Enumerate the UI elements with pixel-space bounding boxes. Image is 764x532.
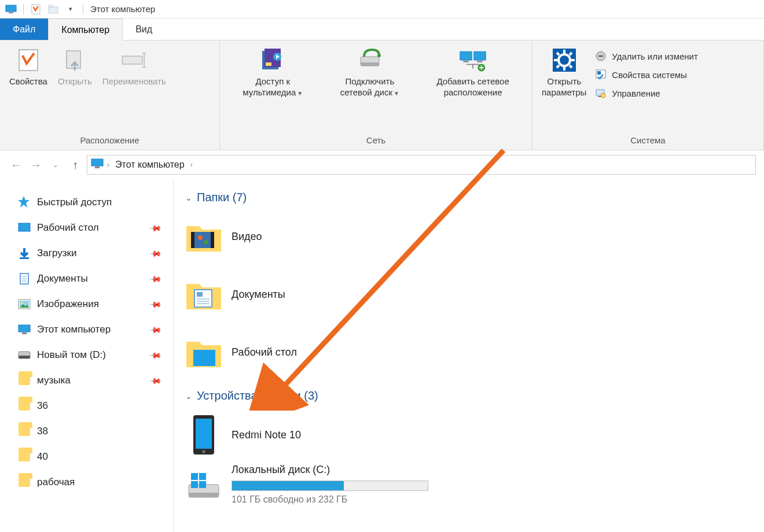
folder-videos[interactable]: Видео [185,208,451,265]
qat-thispc-icon[interactable] [5,3,17,16]
sidebar-item-36[interactable]: 36 [17,393,168,419]
svg-rect-1 [9,12,13,13]
uninstall-icon [594,50,607,62]
crumb-sep[interactable]: › [190,161,193,169]
media-icon [259,46,286,74]
sidebar-item-documents[interactable]: Документы 📌 [17,266,168,291]
desktop-folder-icon [185,334,222,371]
pin-icon: 📌 [149,272,162,285]
thispc-icon [17,323,31,337]
svg-rect-73 [199,473,206,480]
qat-properties-icon[interactable] [30,3,42,16]
folders-section-label: Папки (7) [197,191,247,204]
folder-icon [17,424,31,438]
svg-point-60 [204,240,208,245]
content-pane: ⌄ Папки (7) Видео Документы Рабочий с [174,179,764,532]
properties-label: Свойства [9,76,47,87]
sidebar-item-label: Изображения [37,298,99,310]
sidebar-item-thispc[interactable]: Этот компьютер 📌 [17,317,168,342]
open-settings-button[interactable]: Открыть параметры [538,44,590,101]
devices-section-label: Устройства и диски (3) [197,389,318,402]
system-properties-button[interactable]: Свойства системы [593,66,699,83]
sidebar-item-music[interactable]: музыка 📌 [17,368,168,393]
svg-point-51 [21,302,23,304]
open-button[interactable]: Открыть [54,44,95,90]
chevron-down-icon: ⌄ [185,391,192,401]
folder-icon [17,450,31,464]
svg-rect-34 [598,56,603,57]
separator [83,4,83,14]
svg-rect-52 [19,325,30,332]
svg-rect-16 [361,62,379,66]
media-label: Доступ к мультимедиа▼ [243,76,303,98]
back-button[interactable]: ← [8,157,24,173]
sidebar-item-desktop[interactable]: Рабочий стол 📌 [17,215,168,241]
drive-icon [17,348,31,362]
folders-section-header[interactable]: ⌄ Папки (7) [185,191,758,204]
sidebar-item-label: Новый том (D:) [37,349,106,361]
device-label: Redmi Note 10 [232,429,301,441]
open-icon [61,46,89,74]
tab-computer[interactable]: Компьютер [48,19,123,40]
separator [23,4,24,14]
tab-view[interactable]: Вид [123,19,165,40]
desktop-icon [17,221,31,235]
forward-button[interactable]: → [28,157,44,173]
quick-access-header[interactable]: Быстрый доступ [17,190,168,215]
sidebar-item-label: рабочая [37,476,75,488]
system-properties-label: Свойства системы [612,70,687,80]
documents-folder-icon [185,276,222,313]
group-system-label: Система [538,133,758,149]
sidebar-item-label: Загрузки [37,247,76,259]
sidebar-item-rabochaya[interactable]: рабочая [17,470,168,495]
breadcrumb-root[interactable]: Этот компьютер [113,160,187,170]
folder-documents[interactable]: Документы [185,265,451,323]
add-location-button[interactable]: Добавить сетевое расположение [433,44,512,101]
tab-file[interactable]: Файл [0,19,48,40]
recent-dropdown[interactable]: ⌄ [47,157,64,173]
map-drive-button[interactable]: Подключить сетевой диск▼ [337,44,403,101]
qat-customize-icon[interactable]: ▾ [64,3,77,16]
device-phone[interactable]: Redmi Note 10 [185,406,451,464]
device-cdrive[interactable]: Локальный диск (C:) 101 ГБ свободно из 2… [185,464,451,522]
qat-newfolder-icon[interactable] [47,3,60,16]
map-drive-icon [356,46,384,74]
drive-sublabel: 101 ГБ свободно из 232 ГБ [232,494,428,505]
sidebar-item-40[interactable]: 40 [17,444,168,470]
svg-rect-40 [91,159,103,166]
svg-rect-71 [189,493,219,497]
group-location-label: Расположение [6,133,214,149]
manage-label: Управление [612,88,660,98]
svg-rect-55 [19,356,30,359]
svg-point-17 [377,54,381,57]
svg-rect-21 [477,61,482,62]
svg-rect-72 [191,473,198,480]
svg-rect-4 [49,5,53,8]
up-button[interactable]: ↑ [67,157,83,173]
ribbon-tabs: Файл Компьютер Вид [0,19,764,40]
manage-button[interactable]: Управление [593,84,699,102]
folder-desktop[interactable]: Рабочий стол [185,323,451,381]
rename-button[interactable]: Переименовать [99,44,170,90]
svg-rect-42 [19,223,30,231]
address-bar[interactable]: › Этот компьютер › [87,155,756,175]
svg-rect-58 [211,232,214,248]
media-access-button[interactable]: Доступ к мультимедиа▼ [239,44,306,101]
sidebar-item-drive-d[interactable]: Новый том (D:) 📌 [17,342,168,368]
sidebar-item-downloads[interactable]: Загрузки 📌 [17,241,168,266]
svg-rect-74 [191,481,198,488]
properties-button[interactable]: Свойства [6,44,51,90]
folder-label: Рабочий стол [232,346,297,359]
system-properties-icon [594,68,607,81]
pictures-icon [17,297,31,311]
crumb-sep: › [107,161,109,169]
uninstall-button[interactable]: Удалить или изменит [593,47,699,65]
sidebar-item-pictures[interactable]: Изображения 📌 [17,291,168,317]
folder-icon [17,399,31,413]
drive-label: Локальный диск (C:) [232,464,428,476]
folder-icon [17,475,31,489]
devices-section-header[interactable]: ⌄ Устройства и диски (3) [185,389,758,402]
chevron-down-icon: ⌄ [185,193,192,202]
sidebar-item-38[interactable]: 38 [17,419,168,444]
svg-rect-53 [22,332,27,334]
